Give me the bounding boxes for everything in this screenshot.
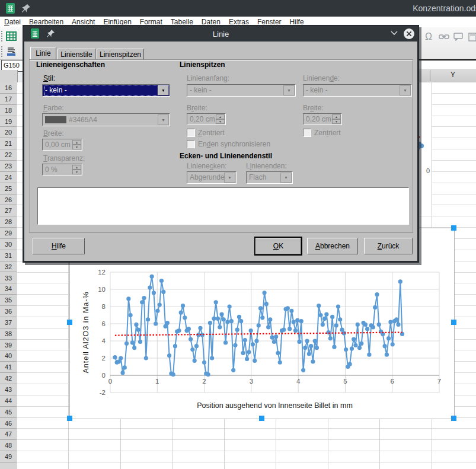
dialog-title: Linie — [24, 30, 418, 39]
tab-linienstile[interactable]: Linienstile — [57, 49, 95, 60]
cap-style-combobox: Flach ▼ — [246, 171, 293, 184]
reset-button[interactable]: Zurück — [364, 238, 413, 254]
svg-text:4: 4 — [102, 337, 106, 344]
row-header-25[interactable]: 25 — [0, 183, 17, 194]
pin-icon[interactable] — [21, 4, 31, 13]
end-centered-checkbox — [303, 129, 311, 137]
style-combobox[interactable]: - kein - ▼ — [42, 84, 170, 97]
row-header-46[interactable]: 46 — [0, 418, 17, 429]
svg-text:12: 12 — [98, 269, 106, 276]
cancel-button[interactable]: Abbrechen — [307, 238, 358, 254]
row-headers[interactable]: 1617181920212223242526272829303132333435… — [0, 82, 18, 469]
row-header-24[interactable]: 24 — [0, 172, 17, 183]
row-header-45[interactable]: 45 — [0, 407, 17, 418]
line-dialog: Linie Linie Linienstile Linienspitzen Li… — [23, 25, 419, 263]
dropdown-arrow-icon: ▼ — [224, 173, 235, 183]
row-header-20[interactable]: 20 — [0, 127, 17, 138]
fragment-axis-label: 0 — [426, 167, 430, 174]
collapse-icon[interactable] — [390, 31, 398, 36]
selection-handle[interactable] — [451, 416, 456, 421]
column-header[interactable]: Y — [415, 69, 476, 83]
grid-line — [17, 462, 476, 462]
row-header-19[interactable]: 19 — [0, 116, 17, 127]
help-button[interactable]: Hilfe — [33, 238, 85, 254]
tab-linienspitzen[interactable]: Linienspitzen — [97, 49, 144, 60]
comment-icon[interactable] — [452, 30, 465, 43]
line-preview — [37, 187, 409, 225]
row-header-23[interactable]: 23 — [0, 161, 17, 172]
hyperlink-icon[interactable] — [437, 30, 451, 43]
color-combobox: #3465A4 ▼ — [42, 113, 170, 126]
special-character-icon[interactable]: Ω — [422, 30, 435, 43]
dropdown-arrow-icon: ▼ — [400, 85, 411, 95]
line-start-label: Linienanfang: — [187, 74, 229, 82]
row-header-18[interactable]: 18 — [0, 105, 17, 116]
spin-buttons: ▲▼ — [72, 165, 81, 174]
row-header-30[interactable]: 30 — [0, 239, 17, 250]
print-icon[interactable] — [5, 45, 18, 58]
application-window: Konzentration.ods DateiBearbeitenAnsicht… — [0, 0, 476, 469]
row-header-39[interactable]: 39 — [0, 340, 17, 351]
row-header-49[interactable]: 49 — [0, 451, 17, 462]
row-header-28[interactable]: 28 — [0, 216, 17, 228]
row-header-44[interactable]: 44 — [0, 395, 17, 407]
svg-text:Position ausgehend von Innense: Position ausgehend von Innenseite Billet… — [197, 401, 353, 410]
row-header-27[interactable]: 27 — [0, 205, 17, 216]
synchronize-ends-label: Enden synchronisieren — [198, 140, 270, 148]
row-header-37[interactable]: 37 — [0, 317, 17, 328]
width-label: Breite: — [43, 129, 64, 138]
row-header-16[interactable]: 16 — [0, 82, 17, 94]
svg-text:4: 4 — [296, 378, 301, 385]
color-swatch — [45, 116, 66, 123]
grid-line — [17, 439, 476, 440]
corner-style-combobox: Abgerundet ▼ — [187, 171, 237, 184]
end-centered-label: Zentriert — [314, 129, 341, 137]
row-header-42[interactable]: 42 — [0, 373, 17, 384]
cap-style-label: Linienenden: — [246, 162, 287, 170]
toolbar-drag-handle[interactable] — [1, 30, 4, 42]
selection-handle[interactable] — [451, 225, 456, 231]
dialog-titlebar[interactable]: Linie — [24, 26, 418, 42]
width-spinner: 0,00 cm ▲▼ — [42, 139, 82, 151]
row-header-38[interactable]: 38 — [0, 328, 17, 340]
synchronize-ends-checkbox — [187, 140, 195, 148]
start-centered-checkbox — [187, 129, 195, 137]
toolbar-drag-handle[interactable] — [1, 46, 4, 58]
row-header-43[interactable]: 43 — [0, 384, 17, 395]
svg-text:6: 6 — [391, 378, 394, 385]
ok-button[interactable]: OK — [255, 238, 301, 254]
selection-handle[interactable] — [67, 416, 72, 421]
svg-text:7: 7 — [437, 378, 441, 385]
row-header-36[interactable]: 36 — [0, 306, 17, 317]
selection-handle[interactable] — [259, 416, 264, 421]
row-header-33[interactable]: 33 — [0, 273, 17, 284]
headers-footers-icon[interactable] — [466, 30, 476, 43]
spreadsheet-icon[interactable] — [5, 30, 18, 43]
tab-linie[interactable]: Linie — [30, 47, 56, 60]
row-header-17[interactable]: 17 — [0, 94, 17, 105]
svg-text:2: 2 — [102, 355, 106, 362]
row-header-34[interactable]: 34 — [0, 283, 17, 295]
row-header-22[interactable]: 22 — [0, 149, 17, 161]
row-header-21[interactable]: 21 — [0, 138, 17, 149]
end-width-spinner: 0,20 cm ▲▼ — [303, 113, 342, 125]
dropdown-arrow-icon: ▼ — [283, 85, 295, 95]
row-header-48[interactable]: 48 — [0, 440, 17, 451]
row-header-31[interactable]: 31 — [0, 250, 17, 261]
close-icon[interactable] — [403, 28, 415, 40]
spin-buttons: ▲▼ — [332, 114, 341, 124]
row-header-41[interactable]: 41 — [0, 362, 17, 373]
row-header-40[interactable]: 40 — [0, 350, 17, 362]
selection-handle[interactable] — [67, 320, 72, 325]
row-header-35[interactable]: 35 — [0, 295, 17, 306]
dropdown-arrow-icon[interactable]: ▼ — [158, 85, 169, 95]
row-header-29[interactable]: 29 — [0, 228, 17, 239]
row-header-32[interactable]: 32 — [0, 261, 17, 273]
menu-item-datei[interactable]: Datei — [0, 17, 25, 27]
corner-style-label: Linienecken: — [187, 162, 226, 170]
svg-text:1: 1 — [155, 378, 159, 385]
row-header-47[interactable]: 47 — [0, 429, 17, 440]
selection-handle[interactable] — [451, 320, 456, 325]
svg-text:8: 8 — [102, 303, 106, 310]
row-header-26[interactable]: 26 — [0, 194, 17, 206]
